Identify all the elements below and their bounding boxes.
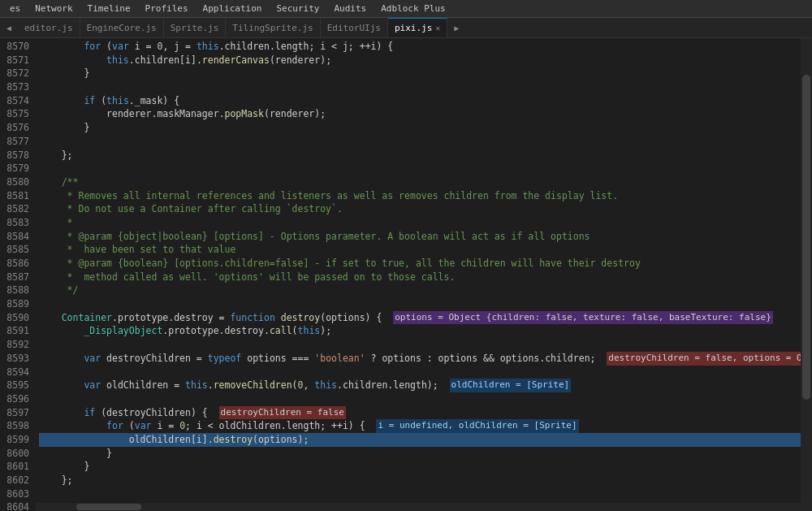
nav-profiles[interactable]: Profiles (139, 2, 195, 15)
code-line (39, 392, 801, 406)
h-scrollbar-thumb[interactable] (76, 504, 141, 510)
code-line (39, 162, 801, 175)
code-line: }; (39, 149, 801, 162)
nav-application[interactable]: Application (197, 2, 269, 15)
tab-pixi-js[interactable]: pixi.js ✕ (388, 18, 447, 38)
code-content[interactable]: for (var i = 0, j = this.children.length… (36, 38, 801, 511)
code-line (39, 366, 801, 379)
tab-tilingsprite-js[interactable]: TilingSprite.js (226, 18, 320, 38)
code-line: for (var i = 0, j = this.children.length… (39, 40, 801, 54)
top-navigation: es Network Timeline Profiles Application… (0, 0, 812, 18)
tab-label: Sprite.js (171, 23, 219, 33)
code-line (39, 338, 801, 352)
code-line: * (39, 216, 801, 230)
tab-sprite-js[interactable]: Sprite.js (164, 18, 227, 38)
tab-label: TilingSprite.js (232, 23, 313, 33)
tab-label: editor.js (24, 23, 73, 33)
tab-nav-prev[interactable]: ◀ (0, 18, 18, 38)
code-line (39, 80, 801, 94)
code-line: /** (39, 175, 801, 189)
tab-enginecore-js[interactable]: EngineCore.js (80, 18, 164, 38)
editor-area: 8570 8571 8572 8573 8574 8575 8576 8577 … (0, 38, 812, 511)
code-line (39, 297, 801, 311)
code-line (39, 135, 801, 149)
nav-network[interactable]: Network (28, 2, 79, 15)
tab-editor-js[interactable]: editor.js (18, 18, 80, 38)
code-line: }; (39, 474, 801, 487)
code-line: } (39, 121, 801, 135)
nav-es[interactable]: es (3, 2, 27, 15)
code-line-selected: oldChildren[i].destroy(options); (39, 433, 801, 447)
code-line: if (destroyChildren) { destroyChildren =… (39, 406, 801, 420)
close-tab-icon[interactable]: ✕ (435, 24, 440, 32)
code-line: var oldChildren = this.removeChildren(0,… (39, 379, 801, 392)
tab-editoruijs[interactable]: EditorUIjs (321, 18, 388, 38)
code-line: */ (39, 284, 801, 297)
code-line: var destroyChildren = typeof options ===… (39, 352, 801, 366)
code-line: * method called as well. 'options' will … (39, 271, 801, 284)
nav-adblock[interactable]: Adblock Plus (374, 2, 451, 15)
tab-label: EditorUIjs (327, 23, 381, 33)
code-line: * @param {object|boolean} [options] - Op… (39, 230, 801, 244)
tab-bar: ◀ editor.js EngineCore.js Sprite.js Tili… (0, 18, 812, 38)
code-line: } (39, 67, 801, 80)
tab-label: pixi.js (395, 23, 432, 33)
code-line: this.children[i].renderCanvas(renderer); (39, 54, 801, 67)
code-line: * Do not use a Container after calling `… (39, 202, 801, 216)
tab-label: EngineCore.js (87, 23, 157, 33)
code-line (39, 487, 801, 501)
tab-nav-next[interactable]: ▶ (447, 18, 465, 38)
nav-timeline[interactable]: Timeline (81, 2, 137, 15)
nav-audits[interactable]: Audits (327, 2, 373, 15)
code-line: _DisplayObject.prototype.destroy.call(th… (39, 324, 801, 338)
code-line: } (39, 460, 801, 474)
code-line: } (39, 447, 801, 461)
nav-security[interactable]: Security (270, 2, 326, 15)
vertical-scrollbar[interactable] (801, 38, 812, 511)
code-line: * have been set to that value (39, 243, 801, 257)
scrollbar-thumb[interactable] (802, 75, 810, 400)
code-line: Container.prototype.destroy = function d… (39, 311, 801, 325)
horizontal-scrollbar[interactable] (36, 503, 801, 511)
line-numbers: 8570 8571 8572 8573 8574 8575 8576 8577 … (0, 38, 36, 511)
code-line: * @param {boolean} [options.children=fal… (39, 257, 801, 271)
code-line: renderer.maskManager.popMask(renderer); (39, 107, 801, 121)
code-line: for (var i = 0; i < oldChildren.length; … (39, 419, 801, 433)
code-line: * Removes all internal references and li… (39, 189, 801, 203)
code-line: if (this._mask) { (39, 94, 801, 108)
